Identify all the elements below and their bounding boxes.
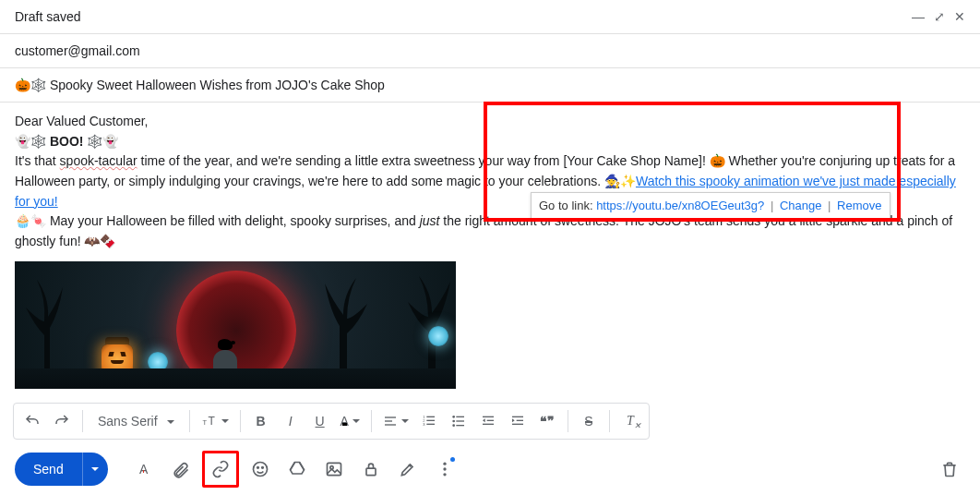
- chevron-down-icon: [163, 414, 174, 429]
- boo-post: 🕸️👻: [83, 134, 118, 149]
- svg-rect-28: [366, 468, 376, 476]
- font-select[interactable]: Sans Serif: [90, 407, 182, 435]
- svg-rect-19: [483, 424, 494, 425]
- svg-point-30: [443, 467, 446, 470]
- svg-text:3: 3: [423, 422, 425, 427]
- subject-emoji: 🎃🕸️: [15, 78, 46, 92]
- svg-rect-2: [385, 417, 396, 417]
- font-name: Sans Serif: [98, 414, 158, 429]
- svg-rect-3: [385, 420, 392, 421]
- tooltip-change[interactable]: Change: [780, 199, 822, 212]
- send-more-button[interactable]: [82, 453, 108, 486]
- insert-emoji-button[interactable]: [245, 453, 276, 485]
- svg-point-11: [452, 416, 455, 418]
- svg-text:T: T: [202, 418, 207, 427]
- svg-rect-21: [517, 420, 523, 421]
- bold-button[interactable]: B: [248, 407, 274, 435]
- svg-rect-10: [426, 424, 435, 425]
- tx-t: T: [627, 414, 634, 428]
- recipients-field[interactable]: customer@gmail.com: [0, 34, 980, 68]
- popout-icon[interactable]: ⤢: [934, 9, 945, 24]
- svg-rect-16: [456, 425, 464, 426]
- tooltip-remove[interactable]: Remove: [837, 199, 881, 212]
- subject-field[interactable]: 🎃🕸️ Spooky Sweet Halloween Wishes from J…: [0, 68, 980, 103]
- boo-word: BOO!: [50, 134, 84, 149]
- underline-glyph: U: [316, 414, 325, 429]
- format-toggle-button[interactable]: A: [128, 453, 160, 485]
- boo-line: 👻🕸️ BOO! 🕸️👻: [15, 132, 965, 152]
- boo-pre: 👻🕸️: [15, 134, 50, 149]
- text-color-button[interactable]: A: [337, 407, 364, 435]
- close-icon[interactable]: ✕: [954, 9, 965, 24]
- strike-glyph: S: [584, 414, 592, 429]
- send-button[interactable]: Send: [15, 453, 82, 486]
- font-size-button[interactable]: TT: [197, 407, 233, 435]
- link-tooltip: Go to link: https://youtu.be/xn8OEGeut3g…: [531, 192, 890, 220]
- svg-point-13: [452, 420, 455, 423]
- send-button-group: Send: [15, 453, 108, 486]
- svg-rect-18: [487, 420, 494, 421]
- quote-button[interactable]: ❝❞: [534, 407, 560, 435]
- confidential-mode-button[interactable]: [355, 453, 387, 485]
- numbered-list-button[interactable]: 123: [416, 407, 442, 435]
- insert-drive-button[interactable]: [281, 453, 313, 485]
- format-toolbar: Sans Serif TT B I U A 123 ❝❞ S T✕: [13, 403, 650, 440]
- svg-point-23: [253, 463, 267, 477]
- remove-format-button[interactable]: T✕: [617, 407, 643, 435]
- svg-point-15: [452, 424, 455, 427]
- svg-point-25: [261, 467, 263, 469]
- insert-signature-button[interactable]: [392, 453, 424, 485]
- attach-file-button[interactable]: [165, 453, 197, 485]
- svg-text:T: T: [208, 415, 215, 428]
- window-controls: — ⤢ ✕: [912, 9, 965, 24]
- p1-a: It's that: [15, 153, 60, 168]
- bullet-list-button[interactable]: [446, 407, 472, 435]
- p2-a: 🧁🍬 May your Halloween be filled with del…: [15, 213, 420, 228]
- spook-word: spook-tacular: [60, 153, 137, 168]
- insert-link-button[interactable]: [202, 451, 239, 488]
- italic-button[interactable]: I: [278, 407, 304, 435]
- tooltip-label: Go to link:: [539, 199, 596, 212]
- redo-button[interactable]: [49, 407, 75, 435]
- svg-point-29: [443, 463, 446, 465]
- svg-point-31: [443, 473, 446, 476]
- tooltip-url[interactable]: https://youtu.be/xn8OEGeut3g?: [596, 199, 764, 212]
- embedded-image[interactable]: [15, 261, 456, 389]
- svg-point-24: [257, 467, 258, 469]
- greeting-line: Dear Valued Customer,: [15, 112, 965, 132]
- svg-rect-22: [512, 424, 523, 425]
- svg-rect-14: [456, 420, 464, 421]
- compose-title: Draft saved: [15, 9, 81, 24]
- indent-more-button[interactable]: [505, 407, 531, 435]
- p2-just: just: [420, 213, 440, 228]
- strikethrough-button[interactable]: S: [576, 407, 602, 435]
- svg-rect-12: [456, 417, 464, 417]
- tx-x: ✕: [634, 421, 641, 430]
- subject-text: Spooky Sweet Halloween Wishes from JOJO'…: [50, 78, 385, 92]
- bottom-bar: Send A: [0, 443, 980, 495]
- svg-rect-6: [426, 417, 435, 417]
- tooltip-sep-1: |: [771, 199, 773, 212]
- color-glyph: A: [341, 414, 349, 429]
- email-body[interactable]: Dear Valued Customer, 👻🕸️ BOO! 🕸️👻 It's …: [0, 103, 980, 389]
- insert-photo-button[interactable]: [318, 453, 350, 485]
- svg-rect-20: [512, 417, 523, 417]
- svg-rect-8: [426, 420, 435, 421]
- undo-button[interactable]: [19, 407, 45, 435]
- svg-rect-17: [483, 417, 494, 417]
- minimize-icon[interactable]: —: [912, 9, 925, 24]
- align-button[interactable]: [379, 407, 412, 435]
- underline-button[interactable]: U: [307, 407, 333, 435]
- discard-draft-button[interactable]: [934, 453, 965, 485]
- tooltip-sep-2: |: [828, 199, 831, 212]
- svg-rect-26: [327, 463, 341, 475]
- indent-less-button[interactable]: [475, 407, 501, 435]
- more-options-button[interactable]: [429, 453, 460, 485]
- svg-rect-4: [385, 424, 396, 425]
